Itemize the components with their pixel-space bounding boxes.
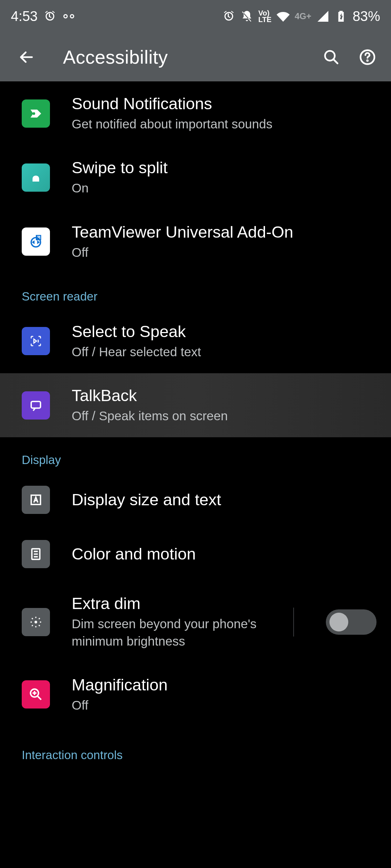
signal-icon	[316, 10, 329, 23]
color-motion-icon	[22, 540, 50, 568]
help-button[interactable]	[355, 44, 380, 70]
display-size-icon	[22, 486, 50, 514]
svg-point-3	[33, 112, 35, 115]
setting-talkback[interactable]: TalkBack Off / Speak items on screen	[0, 373, 391, 437]
extra-dim-toggle[interactable]	[326, 609, 377, 635]
status-time: 4:53	[11, 9, 38, 24]
svg-rect-7	[31, 401, 41, 408]
setting-label: Color and motion	[72, 545, 377, 563]
search-button[interactable]	[319, 44, 344, 70]
teamviewer-icon	[22, 227, 50, 256]
setting-sub: Off	[72, 697, 377, 714]
svg-point-10	[34, 621, 37, 623]
setting-extra-dim[interactable]: Extra dim Dim screen beyond your phone's…	[0, 581, 391, 663]
setting-sub: Off / Speak items on screen	[72, 407, 377, 424]
setting-swipe-to-split[interactable]: Swipe to split On	[0, 145, 391, 209]
section-display: Display	[0, 437, 391, 473]
settings-list[interactable]: Sound Notifications Get notified about i…	[0, 81, 391, 868]
setting-sound-notifications[interactable]: Sound Notifications Get notified about i…	[0, 81, 391, 145]
section-interaction-controls: Interaction controls	[0, 727, 391, 763]
talkback-icon	[22, 391, 50, 420]
setting-color-and-motion[interactable]: Color and motion	[0, 527, 391, 581]
extra-dim-icon	[22, 608, 50, 636]
back-button[interactable]	[14, 44, 39, 70]
dnd-icon	[240, 10, 253, 23]
sound-notifications-icon	[22, 99, 50, 128]
alarm-set-icon	[222, 10, 235, 23]
setting-sub: Off / Hear selected text	[72, 343, 377, 360]
app-bar: Accessibility	[0, 33, 391, 81]
swipe-to-split-icon	[22, 163, 50, 192]
setting-sub: Off	[72, 244, 377, 261]
section-screen-reader: Screen reader	[0, 274, 391, 309]
volte-icon: Vo) LTE	[258, 10, 272, 23]
setting-label: Swipe to split	[72, 158, 377, 177]
network-type: 4G+	[295, 11, 311, 21]
setting-teamviewer[interactable]: TeamViewer Universal Add-On Off	[0, 210, 391, 274]
setting-display-size-and-text[interactable]: Display size and text	[0, 473, 391, 527]
svg-point-2	[367, 60, 368, 61]
setting-label: Magnification	[72, 676, 377, 694]
setting-magnification[interactable]: Magnification Off	[0, 663, 391, 727]
alarm-icon	[43, 10, 56, 23]
page-title: Accessibility	[63, 46, 168, 68]
voicemail-icon	[62, 10, 75, 23]
setting-label: Select to Speak	[72, 322, 377, 341]
setting-label: Sound Notifications	[72, 94, 377, 113]
status-bar: 4:53 Vo) LTE 4G+	[0, 0, 391, 33]
setting-sub: Dim screen beyond your phone's minimum b…	[72, 615, 261, 650]
setting-sub: On	[72, 179, 377, 196]
setting-label: Extra dim	[72, 594, 261, 613]
toggle-divider	[293, 608, 294, 637]
battery-percent: 83%	[353, 9, 380, 24]
magnification-icon	[22, 680, 50, 709]
setting-select-to-speak[interactable]: Select to Speak Off / Hear selected text	[0, 309, 391, 373]
setting-label: TalkBack	[72, 386, 377, 405]
battery-icon	[335, 10, 348, 23]
setting-label: Display size and text	[72, 490, 377, 509]
setting-label: TeamViewer Universal Add-On	[72, 223, 377, 242]
setting-sub: Get notified about important sounds	[72, 115, 377, 132]
select-to-speak-icon	[22, 327, 50, 355]
wifi-icon	[277, 10, 290, 23]
